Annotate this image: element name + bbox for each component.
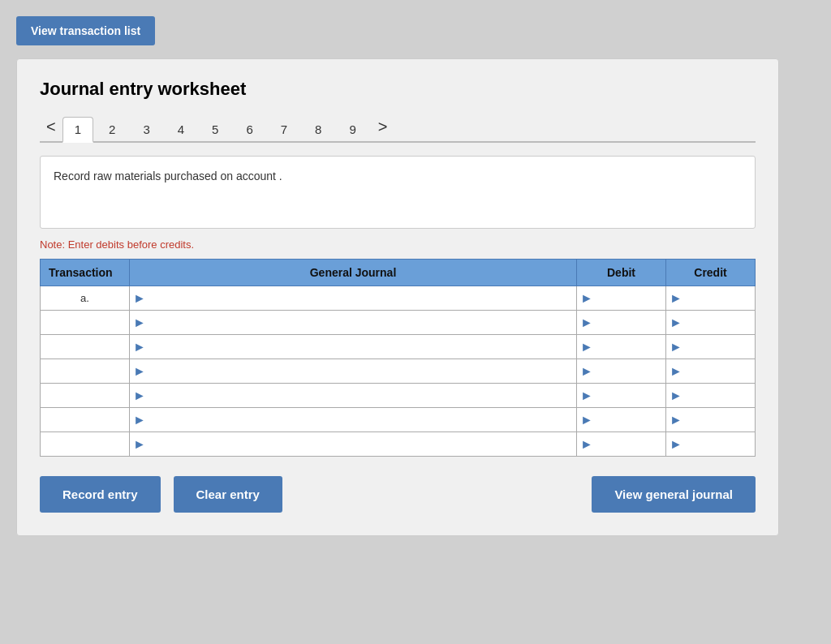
- cell-arrow-icon: ►: [130, 340, 149, 354]
- cell-arrow-icon: ►: [666, 291, 686, 306]
- cell-arrow-icon: ►: [666, 364, 686, 379]
- transaction-cell: [41, 432, 130, 457]
- top-bar: View transaction list: [16, 16, 815, 45]
- debit-cell[interactable]: ►: [577, 408, 666, 432]
- tab-1[interactable]: 1: [62, 117, 93, 143]
- tab-navigation: < 1 2 3 4 5 6 7 8 9 >: [40, 113, 756, 143]
- journal-input[interactable]: [149, 432, 576, 456]
- cell-arrow-icon: ►: [666, 340, 686, 354]
- credit-input[interactable]: [686, 286, 755, 310]
- clear-entry-button[interactable]: Clear entry: [174, 476, 282, 513]
- cell-arrow-icon: ►: [577, 389, 596, 403]
- journal-cell[interactable]: ►: [130, 384, 577, 408]
- tab-3[interactable]: 3: [131, 117, 161, 141]
- cell-arrow-icon: ►: [666, 413, 686, 427]
- journal-cell[interactable]: ►: [130, 335, 577, 359]
- cell-arrow-icon: ►: [130, 413, 149, 427]
- credit-input[interactable]: [686, 359, 755, 383]
- panel-title: Journal entry worksheet: [40, 79, 756, 100]
- debit-input[interactable]: [596, 335, 665, 358]
- header-transaction: Transaction: [41, 260, 130, 286]
- debit-cell[interactable]: ►: [577, 335, 666, 359]
- transaction-cell: [41, 408, 130, 432]
- transaction-cell: a.: [41, 286, 130, 311]
- tab-9[interactable]: 9: [337, 117, 368, 141]
- debit-cell[interactable]: ►: [577, 286, 666, 311]
- button-row: Record entry Clear entry View general jo…: [40, 476, 756, 513]
- description-box: Record raw materials purchased on accoun…: [40, 156, 756, 229]
- next-arrow[interactable]: >: [372, 113, 394, 141]
- journal-input[interactable]: [149, 311, 576, 334]
- transaction-cell: [41, 359, 130, 384]
- journal-cell[interactable]: ►: [130, 432, 577, 457]
- table-row: a. ► ► ►: [41, 286, 756, 311]
- header-general-journal: General Journal: [130, 260, 577, 286]
- view-transaction-button[interactable]: View transaction list: [16, 16, 155, 45]
- credit-cell[interactable]: ►: [666, 286, 756, 311]
- debit-input[interactable]: [596, 359, 665, 383]
- cell-arrow-icon: ►: [130, 389, 149, 403]
- cell-arrow-icon: ►: [577, 437, 596, 452]
- credit-input[interactable]: [686, 335, 755, 358]
- table-row: ► ► ►: [41, 359, 756, 384]
- cell-arrow-icon: ►: [130, 364, 149, 379]
- table-row: ► ► ►: [41, 335, 756, 359]
- table-row: ► ► ►: [41, 432, 756, 457]
- cell-arrow-icon: ►: [666, 437, 686, 452]
- cell-arrow-icon: ►: [577, 316, 596, 330]
- journal-input[interactable]: [149, 286, 576, 310]
- journal-cell[interactable]: ►: [130, 311, 577, 335]
- journal-table: Transaction General Journal Debit Credit…: [40, 259, 756, 457]
- credit-cell[interactable]: ►: [666, 432, 756, 457]
- header-credit: Credit: [666, 260, 756, 286]
- debit-cell[interactable]: ►: [577, 311, 666, 335]
- main-panel: Journal entry worksheet < 1 2 3 4 5 6 7 …: [16, 58, 779, 536]
- table-row: ► ► ►: [41, 311, 756, 335]
- debit-input[interactable]: [596, 286, 665, 310]
- credit-cell[interactable]: ►: [666, 359, 756, 384]
- credit-input[interactable]: [686, 311, 755, 334]
- cell-arrow-icon: ►: [577, 364, 596, 379]
- journal-input[interactable]: [149, 408, 576, 431]
- transaction-cell: [41, 311, 130, 335]
- cell-arrow-icon: ►: [577, 291, 596, 306]
- debit-input[interactable]: [596, 311, 665, 334]
- credit-input[interactable]: [686, 408, 755, 431]
- debit-cell[interactable]: ►: [577, 359, 666, 384]
- record-entry-button[interactable]: Record entry: [40, 476, 161, 513]
- cell-arrow-icon: ►: [130, 316, 149, 330]
- debit-input[interactable]: [596, 384, 665, 407]
- credit-cell[interactable]: ►: [666, 311, 756, 335]
- tab-2[interactable]: 2: [97, 117, 127, 141]
- journal-input[interactable]: [149, 384, 576, 407]
- header-debit: Debit: [577, 260, 666, 286]
- debit-cell[interactable]: ►: [577, 432, 666, 457]
- credit-cell[interactable]: ►: [666, 335, 756, 359]
- cell-arrow-icon: ►: [130, 291, 149, 306]
- credit-input[interactable]: [686, 384, 755, 407]
- view-general-journal-button[interactable]: View general journal: [592, 476, 756, 513]
- debit-input[interactable]: [596, 408, 665, 431]
- cell-arrow-icon: ►: [666, 316, 686, 330]
- journal-cell[interactable]: ►: [130, 408, 577, 432]
- debit-cell[interactable]: ►: [577, 384, 666, 408]
- journal-cell[interactable]: ►: [130, 286, 577, 311]
- note-text: Note: Enter debits before credits.: [40, 238, 756, 251]
- credit-cell[interactable]: ►: [666, 384, 756, 408]
- description-text: Record raw materials purchased on accoun…: [54, 170, 282, 182]
- tab-7[interactable]: 7: [269, 117, 299, 141]
- journal-cell[interactable]: ►: [130, 359, 577, 384]
- transaction-cell: [41, 384, 130, 408]
- journal-input[interactable]: [149, 335, 576, 358]
- cell-arrow-icon: ►: [666, 389, 686, 403]
- journal-input[interactable]: [149, 359, 576, 383]
- credit-cell[interactable]: ►: [666, 408, 756, 432]
- debit-input[interactable]: [596, 432, 665, 456]
- tab-5[interactable]: 5: [200, 117, 230, 141]
- tab-8[interactable]: 8: [303, 117, 334, 141]
- credit-input[interactable]: [686, 432, 755, 456]
- prev-arrow[interactable]: <: [40, 113, 62, 141]
- tab-6[interactable]: 6: [234, 117, 265, 141]
- cell-arrow-icon: ►: [130, 437, 149, 452]
- tab-4[interactable]: 4: [166, 117, 196, 141]
